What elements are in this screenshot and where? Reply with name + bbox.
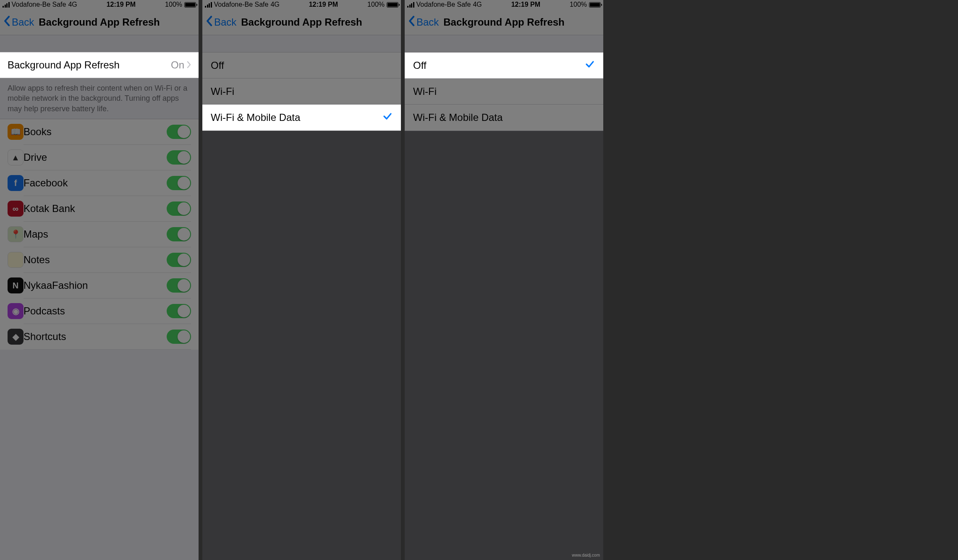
panel-1: Vodafone-Be Safe 4G 12:19 PM 100% Back B… — [0, 0, 199, 560]
chevron-left-icon — [408, 16, 415, 29]
back-label: Back — [416, 16, 439, 28]
app-name: Notes — [24, 254, 159, 266]
battery-icon — [387, 2, 398, 8]
app-name: Books — [24, 126, 159, 138]
master-row-label: Background App Refresh — [8, 59, 171, 71]
nav-bar: Back Background App Refresh — [0, 9, 199, 35]
app-icon: ∞ — [8, 201, 24, 217]
network-label: 4G — [270, 1, 279, 8]
app-icon — [8, 252, 24, 268]
refresh-options: OffWi-FiWi-Fi & Mobile Data — [405, 52, 603, 131]
app-icon: N — [8, 277, 24, 293]
carrier-label: Vodafone-Be Safe — [12, 1, 66, 8]
chevron-left-icon — [206, 16, 212, 29]
panel-3: Vodafone-Be Safe 4G 12:19 PM 100% Back B… — [405, 0, 603, 560]
app-row: ◉Podcasts — [0, 298, 199, 324]
app-icon: f — [8, 175, 24, 191]
carrier-label: Vodafone-Be Safe — [214, 1, 269, 8]
battery-pct: 100% — [165, 1, 182, 8]
app-icon: 📍 — [8, 226, 24, 242]
app-name: Facebook — [24, 177, 159, 189]
app-row: NNykaaFashion — [0, 273, 199, 298]
app-row: ◆Shortcuts — [0, 324, 199, 350]
app-row: ∞Kotak Bank — [0, 196, 199, 222]
clock: 12:19 PM — [309, 1, 338, 8]
app-name: Shortcuts — [24, 331, 159, 343]
status-bar: Vodafone-Be Safe 4G 12:19 PM 100% — [0, 0, 199, 9]
checkmark-icon — [382, 111, 393, 124]
app-toggle[interactable] — [167, 125, 191, 139]
carrier-label: Vodafone-Be Safe — [416, 1, 471, 8]
app-icon: ◉ — [8, 303, 24, 319]
app-row: ▲Drive — [0, 145, 199, 170]
watermark: www.daidj.com — [572, 553, 600, 557]
refresh-option[interactable]: Wi-Fi — [405, 79, 603, 105]
status-bar: Vodafone-Be Safe 4G 12:19 PM 100% — [202, 0, 401, 9]
app-toggle[interactable] — [167, 304, 191, 318]
app-icon: ▲ — [8, 149, 24, 165]
status-bar: Vodafone-Be Safe 4G 12:19 PM 100% — [405, 0, 603, 9]
app-row: 📍Maps — [0, 222, 199, 247]
app-name: Maps — [24, 228, 159, 240]
chevron-right-icon — [187, 59, 191, 71]
refresh-option[interactable]: Wi-Fi — [202, 79, 401, 105]
option-label: Wi-Fi & Mobile Data — [413, 112, 595, 123]
app-icon: ◆ — [8, 329, 24, 345]
app-row: 📖Books — [0, 119, 199, 145]
back-button[interactable]: Back — [202, 16, 236, 29]
chevron-left-icon — [3, 16, 10, 29]
app-toggle[interactable] — [167, 150, 191, 165]
signal-icon — [407, 2, 414, 8]
back-label: Back — [214, 16, 236, 28]
app-toggle[interactable] — [167, 227, 191, 241]
app-toggle[interactable] — [167, 201, 191, 216]
app-toggle[interactable] — [167, 176, 191, 190]
app-toggle[interactable] — [167, 330, 191, 344]
option-label: Off — [211, 60, 393, 71]
app-name: Kotak Bank — [24, 203, 159, 215]
master-row-value: On — [171, 59, 184, 71]
panel-2: Vodafone-Be Safe 4G 12:19 PM 100% Back B… — [202, 0, 401, 560]
battery-icon — [184, 2, 196, 8]
checkmark-icon — [585, 59, 595, 72]
app-icon: 📖 — [8, 124, 24, 140]
app-toggle[interactable] — [167, 253, 191, 267]
refresh-option[interactable]: Off — [202, 52, 401, 79]
app-toggle[interactable] — [167, 278, 191, 293]
battery-pct: 100% — [570, 1, 587, 8]
app-name: Podcasts — [24, 305, 159, 317]
back-button[interactable]: Back — [405, 16, 439, 29]
refresh-options: OffWi-FiWi-Fi & Mobile Data — [202, 52, 401, 131]
app-name: Drive — [24, 152, 159, 163]
app-name: NykaaFashion — [24, 280, 159, 291]
option-label: Wi-Fi & Mobile Data — [211, 112, 382, 123]
section-footer: Allow apps to refresh their content when… — [0, 78, 199, 119]
option-label: Wi-Fi — [413, 86, 595, 97]
back-label: Back — [12, 16, 34, 28]
nav-bar: Back Background App Refresh — [405, 9, 603, 35]
signal-icon — [205, 2, 212, 8]
app-list: 📖Books▲DrivefFacebook∞Kotak Bank📍MapsNot… — [0, 119, 199, 350]
network-label: 4G — [473, 1, 482, 8]
battery-pct: 100% — [367, 1, 385, 8]
refresh-option[interactable]: Wi-Fi & Mobile Data — [405, 105, 603, 131]
clock: 12:19 PM — [511, 1, 540, 8]
nav-bar: Back Background App Refresh — [202, 9, 401, 35]
network-label: 4G — [68, 1, 77, 8]
signal-icon — [3, 2, 10, 8]
refresh-option[interactable]: Wi-Fi & Mobile Data — [202, 105, 401, 131]
option-label: Wi-Fi — [211, 86, 393, 97]
clock: 12:19 PM — [107, 1, 136, 8]
master-toggle-row[interactable]: Background App Refresh On — [0, 52, 199, 78]
battery-icon — [589, 2, 601, 8]
app-row: fFacebook — [0, 170, 199, 196]
app-row: Notes — [0, 247, 199, 273]
refresh-option[interactable]: Off — [405, 52, 603, 79]
option-label: Off — [413, 60, 585, 71]
back-button[interactable]: Back — [0, 16, 34, 29]
